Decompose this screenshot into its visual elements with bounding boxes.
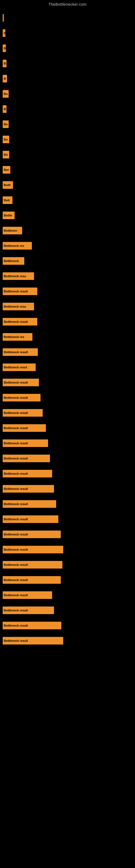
bar-row: Bottleneck	[3, 253, 135, 269]
bar-row: Bottleneck resu	[3, 269, 135, 284]
bar-label: Bottleneck result	[4, 487, 28, 490]
bar-row: Bottleneck res	[3, 238, 135, 253]
bar: Bottleneck resu	[3, 272, 34, 280]
bar-label: Bottleneck result	[4, 518, 28, 521]
bar-label: Bottleneck result	[4, 396, 28, 399]
bar-label: B	[4, 31, 5, 35]
bar-row: Bottleneck result	[3, 451, 135, 466]
bar: B	[3, 29, 5, 37]
bar: B	[3, 75, 7, 83]
bar: Bottleneck result	[3, 318, 37, 326]
bar: Bottleneck result	[3, 622, 61, 629]
bar-row: B	[3, 101, 135, 117]
bar-row: Bottleneck result	[3, 527, 135, 542]
bar-label: Bottleneck result	[4, 502, 28, 506]
bar: Bottleneck result	[3, 424, 46, 432]
site-title: TheBottlenecker.com	[0, 0, 135, 8]
bar-label: B	[4, 77, 6, 80]
bar-label: B	[4, 46, 6, 50]
bar-row: Bottleneck result	[3, 542, 135, 557]
bar-row: Bottleneck result	[3, 496, 135, 512]
bar-row: Bottleneck resu	[3, 299, 135, 314]
bar: Bottlenec	[3, 227, 22, 235]
bar-row: Bo	[3, 86, 135, 101]
bar: Bottleneck result	[3, 561, 62, 568]
bar-label: Bottle	[4, 214, 12, 217]
bar-label: Bottleneck result	[4, 578, 28, 582]
bar: Bottleneck result	[3, 637, 63, 645]
bar-label: Bottleneck res	[4, 244, 24, 247]
bar-row: B	[3, 71, 135, 86]
bar-row: Bottleneck result	[3, 618, 135, 633]
bar-label: Bo	[4, 123, 8, 126]
bar: B	[3, 60, 6, 67]
bar-row: Bottle	[3, 208, 135, 223]
bar: Bott	[3, 196, 12, 204]
bar: Bottleneck result	[3, 591, 52, 599]
bar-row: Bottl	[3, 177, 135, 193]
bar-label: Bottleneck result	[4, 472, 28, 475]
bar-row: Bot	[3, 162, 135, 177]
bar: Bottleneck result	[3, 470, 52, 477]
bar: Bottleneck result	[3, 409, 43, 416]
bar-row: Bottleneck result	[3, 466, 135, 481]
bar-label: Bottleneck result	[4, 624, 28, 627]
bar: Bottleneck result	[3, 455, 50, 462]
bar: Bottle	[3, 212, 14, 219]
bar-label: B	[4, 107, 6, 111]
bars-container: BBBBBoBBoBoBoBotBottlBottBottleBottlenec…	[0, 8, 135, 648]
bar: Bo	[3, 151, 9, 158]
bar-row: Bottleneck result	[3, 436, 135, 451]
bar: Bottleneck res	[3, 242, 32, 250]
bar: Bottleneck resu	[3, 303, 34, 310]
bar: Bottleneck result	[3, 485, 54, 493]
bar-label: Bottleneck result	[4, 457, 28, 460]
bar: Bottleneck result	[3, 576, 61, 584]
bar: Bottleneck res	[3, 333, 32, 341]
bar-row: B	[3, 26, 135, 41]
bar: Bottleneck result	[3, 287, 37, 295]
bar-label: Bottleneck result	[4, 609, 28, 612]
bar	[3, 14, 4, 22]
bar-label: Bot	[4, 168, 9, 172]
bar-label: Bottleneck result	[4, 426, 28, 430]
bar-label: Bottl	[4, 183, 10, 187]
bar-row: Bottleneck result	[3, 405, 135, 421]
bar-label: Bottleneck result	[4, 381, 28, 384]
bar-label: Bottleneck result	[4, 563, 28, 566]
bar-row: Bottleneck result	[3, 481, 135, 496]
bar-row: Bo	[3, 132, 135, 147]
bar-label: Bottleneck resu	[4, 305, 26, 308]
bar-label: Bottleneck result	[4, 350, 28, 354]
bar-row: Bottleneck resul	[3, 360, 135, 375]
bar: Bottleneck result	[3, 546, 63, 553]
bar-label: Bottlenec	[4, 229, 17, 232]
bar-label: Bottleneck res	[4, 335, 24, 339]
bar: Bottleneck result	[3, 394, 41, 401]
bar-row: Bo	[3, 117, 135, 132]
bar-label: Bo	[4, 153, 8, 156]
bar-row: Bottleneck result	[3, 284, 135, 299]
bar-label: Bottleneck result	[4, 442, 28, 445]
bar-label: Bo	[4, 92, 8, 95]
bar: Bottleneck result	[3, 348, 38, 356]
bar: B	[3, 105, 6, 113]
bar-row: Bottleneck result	[3, 390, 135, 405]
bar: Bottleneck	[3, 257, 24, 265]
bar: Bottleneck result	[3, 531, 61, 538]
bar-row: Bottleneck result	[3, 512, 135, 527]
bar-label: Bottleneck result	[4, 533, 28, 536]
bar-row: Bottleneck result	[3, 314, 135, 329]
bar-row: Bottleneck result	[3, 588, 135, 603]
bar-row: Bottleneck result	[3, 603, 135, 618]
bar-row: Bott	[3, 193, 135, 208]
bar: Bottleneck result	[3, 439, 48, 447]
bar: Bo	[3, 135, 9, 143]
bar-row	[3, 10, 135, 26]
bar-row: B	[3, 41, 135, 56]
bar-label: Bottleneck result	[4, 411, 28, 414]
bar-label: Bottleneck resu	[4, 275, 26, 278]
bar-row: Bottleneck result	[3, 375, 135, 390]
bar: Bottleneck result	[3, 516, 58, 523]
bar: Bo	[3, 120, 9, 128]
